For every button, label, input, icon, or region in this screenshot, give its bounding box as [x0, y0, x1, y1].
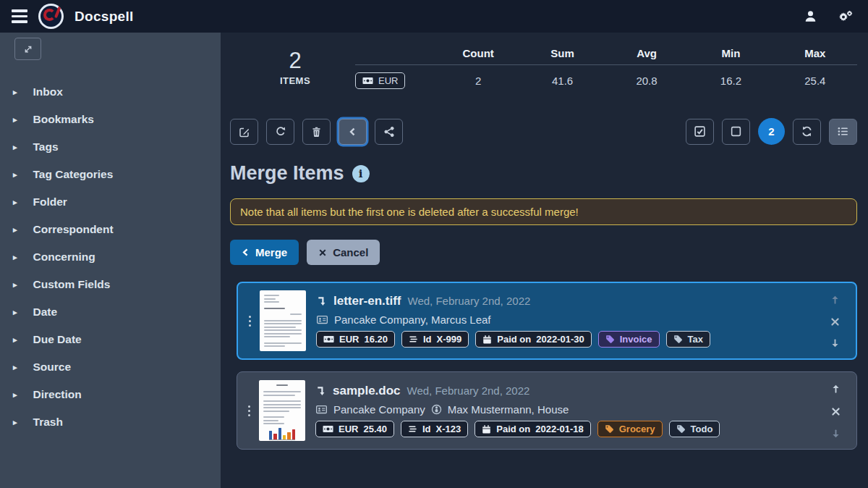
sidebar-item-direction[interactable]: ▸Direction	[0, 381, 221, 408]
delete-button[interactable]	[302, 119, 331, 145]
currency-stats-table: Count Sum Avg Min Max EUR 2 41.6 20.8 16…	[355, 41, 857, 96]
sidebar-item-tags[interactable]: ▸Tags	[0, 133, 221, 161]
x-icon	[318, 248, 327, 257]
amount-badge: EUR 25.40	[315, 421, 394, 437]
page-title: Merge Items i	[230, 162, 857, 185]
move-down-icon[interactable]	[830, 428, 841, 439]
item-card-letter-en-tiff[interactable]: letter-en.tiff Wed, February 2nd, 2022 P…	[237, 282, 857, 360]
toolbar: 2	[230, 118, 857, 145]
stats-summary: 2 ITEMS Count Sum Avg Min Max EUR 2	[230, 41, 857, 96]
merge-item-list: letter-en.tiff Wed, February 2nd, 2022 P…	[230, 282, 857, 450]
item-date: Wed, February 2nd, 2022	[408, 295, 531, 307]
due-date-badge: Paid on 2022-01-18	[475, 421, 590, 437]
caret-right-icon: ▸	[13, 280, 17, 290]
share-button[interactable]	[375, 119, 403, 145]
sidebar-item-custom-fields[interactable]: ▸Custom Fields	[0, 271, 221, 298]
sidebar-item-folder[interactable]: ▸Folder	[0, 188, 221, 216]
sidebar-expand-button[interactable]	[14, 38, 41, 60]
list-view-button[interactable]	[829, 119, 857, 145]
tag-icon	[676, 424, 686, 434]
concerning-person-icon	[431, 404, 442, 415]
sidebar-item-trash[interactable]: ▸Trash	[0, 408, 221, 436]
item-count-block: 2 ITEMS	[248, 41, 342, 86]
caret-right-icon: ▸	[13, 308, 17, 317]
level-down-icon	[316, 295, 327, 307]
select-all-button[interactable]	[686, 119, 714, 145]
top-navbar: Docspell	[0, 0, 868, 33]
caret-right-icon: ▸	[13, 363, 17, 372]
caret-right-icon: ▸	[13, 88, 17, 97]
reprocess-button[interactable]	[266, 119, 294, 145]
menu-toggle-icon[interactable]	[12, 9, 27, 23]
deselect-all-button[interactable]	[722, 119, 750, 145]
stats-val-sum: 41.6	[520, 75, 604, 87]
caret-right-icon: ▸	[13, 198, 17, 207]
chevron-left-icon	[242, 248, 250, 257]
tag-badge-grocery: Grocery	[597, 421, 663, 437]
caret-right-icon: ▸	[13, 115, 17, 125]
item-order-controls	[823, 379, 848, 442]
calendar-icon	[482, 335, 492, 345]
caret-right-icon: ▸	[13, 225, 17, 235]
remove-item-icon[interactable]	[830, 317, 840, 327]
item-correspondent: Pancake Company, Marcus Leaf	[334, 314, 491, 326]
drag-handle-icon[interactable]	[244, 290, 255, 351]
merge-actions: Merge Cancel	[230, 240, 857, 265]
move-down-icon[interactable]	[830, 337, 841, 349]
app-title: Docspell	[75, 9, 134, 25]
merge-mode-button[interactable]	[339, 119, 367, 145]
share-icon	[383, 126, 395, 138]
stats-col-max: Max	[773, 47, 857, 59]
amount-badge: EUR 16.20	[316, 331, 395, 348]
main-content: 2 ITEMS Count Sum Avg Min Max EUR 2	[221, 33, 868, 488]
move-up-icon[interactable]	[830, 294, 841, 306]
tag-badge-tax: Tax	[666, 331, 710, 348]
stats-col-count: Count	[436, 47, 520, 59]
move-up-icon[interactable]	[830, 383, 841, 395]
stats-col-sum: Sum	[520, 47, 604, 59]
caret-right-icon: ▸	[13, 390, 17, 400]
money-bill-icon	[362, 75, 373, 86]
cancel-button[interactable]: Cancel	[307, 240, 380, 265]
sidebar-item-due-date[interactable]: ▸Due Date	[0, 326, 221, 353]
tag-icon	[605, 424, 614, 434]
sidebar-item-tag-categories[interactable]: ▸Tag Categories	[0, 161, 221, 188]
item-count-value: 2	[248, 49, 342, 73]
docspell-logo	[38, 4, 64, 29]
stats-val-min: 16.2	[689, 75, 773, 87]
chevron-left-icon	[348, 127, 357, 137]
sidebar-item-bookmarks[interactable]: ▸Bookmarks	[0, 106, 221, 133]
sidebar-item-inbox[interactable]: ▸Inbox	[0, 78, 221, 106]
remove-item-icon[interactable]	[831, 407, 841, 416]
settings-gears-icon[interactable]	[838, 9, 854, 24]
money-bill-icon	[323, 334, 334, 345]
caret-right-icon: ▸	[13, 418, 17, 427]
refresh-selection-button[interactable]	[793, 119, 821, 145]
stats-col-min: Min	[689, 47, 773, 59]
trash-icon	[311, 126, 322, 138]
user-icon[interactable]	[804, 9, 817, 23]
item-card-sample-doc[interactable]: sample.doc Wed, February 2nd, 2022 Panca…	[237, 371, 857, 450]
item-name: sample.doc	[333, 384, 401, 398]
drag-handle-icon[interactable]	[243, 379, 255, 442]
toolbar-right-group: 2	[678, 118, 857, 145]
merge-button[interactable]: Merge	[230, 240, 299, 265]
edit-button[interactable]	[230, 119, 258, 145]
stream-icon	[408, 424, 417, 434]
tag-badge-invoice: Invoice	[598, 331, 660, 348]
stats-header-row: Count Sum Avg Min Max	[355, 41, 857, 65]
sidebar-item-date[interactable]: ▸Date	[0, 298, 221, 326]
caret-right-icon: ▸	[13, 170, 17, 180]
currency-badge: EUR	[355, 72, 405, 89]
sidebar-item-correspondent[interactable]: ▸Correspondent	[0, 216, 221, 243]
square-icon	[730, 125, 742, 138]
document-thumbnail	[259, 380, 305, 441]
sidebar-item-source[interactable]: ▸Source	[0, 353, 221, 381]
sidebar-item-concerning[interactable]: ▸Concerning	[0, 243, 221, 271]
sidebar: ▸Inbox ▸Bookmarks ▸Tags ▸Tag Categories …	[0, 33, 221, 488]
sync-icon	[801, 125, 813, 138]
tag-icon	[673, 335, 683, 344]
stats-val-count: 2	[436, 75, 520, 87]
due-date-badge: Paid on 2022-01-30	[475, 331, 591, 348]
info-icon[interactable]: i	[352, 165, 370, 182]
